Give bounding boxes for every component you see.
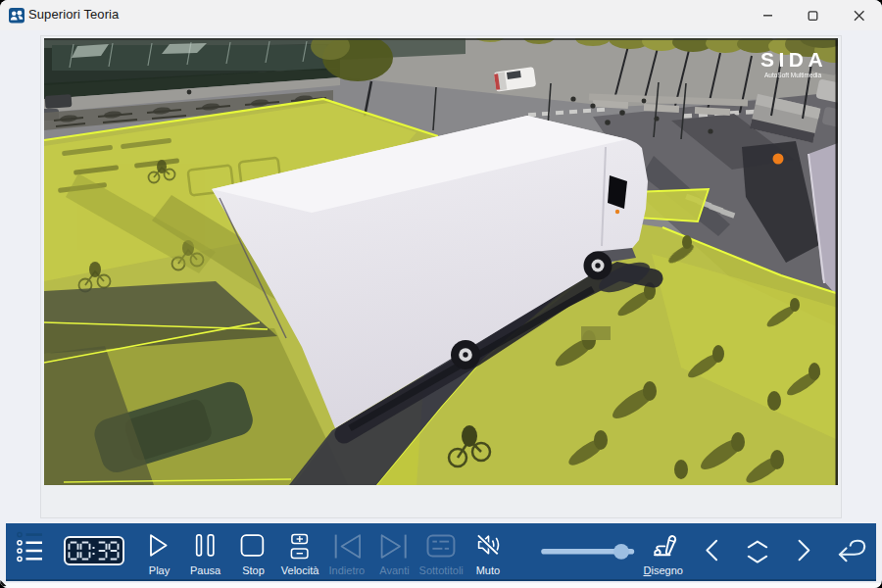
svg-text:AutoSoft Multimedia: AutoSoft Multimedia: [764, 72, 822, 78]
svg-text:SIDA: SIDA: [760, 48, 827, 71]
